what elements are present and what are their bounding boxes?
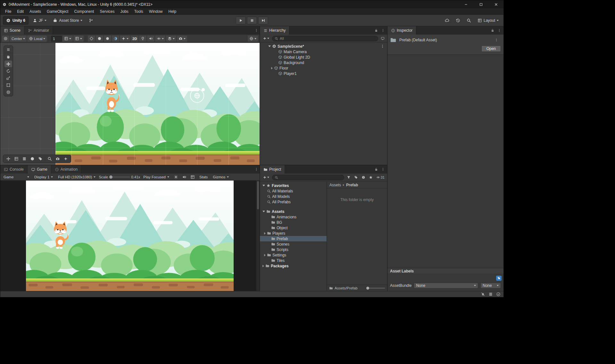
tab-hierarchy[interactable]: Hierarchy [260,26,289,35]
favorites-root-row[interactable]: Favorites [260,183,327,188]
foldout-closed-icon[interactable] [262,265,264,267]
hierarchy-item-player1[interactable]: Player1 [260,71,387,76]
scene-options-icon[interactable] [380,44,387,48]
scene-viewport[interactable] [0,43,260,165]
project-folder-scenes[interactable]: Scenes [260,241,327,247]
overlay-move-icon[interactable] [5,156,12,162]
assets-root-row[interactable]: Assets [260,209,327,214]
camera-dropdown[interactable] [177,36,187,42]
menu-edit[interactable]: Edit [14,8,27,14]
move-gizmo[interactable] [190,89,204,103]
menu-gameobject[interactable]: GameObject [44,8,71,14]
hierarchy-item-global-light[interactable]: Global Light 2D [260,54,387,60]
display-dropdown[interactable]: Display 1 [32,174,55,180]
panel-menu-icon[interactable] [253,165,260,174]
assetbundle-variant-dropdown[interactable]: None [480,283,501,288]
grid-size-input[interactable] [53,37,60,41]
project-search-input[interactable] [280,175,342,179]
tab-scene[interactable]: Scene [0,26,24,35]
account-dropdown[interactable]: JF [30,16,49,25]
vsync-toggle[interactable] [172,174,179,180]
scene-canvas[interactable] [55,43,260,165]
hierarchy-search[interactable] [272,36,378,41]
tab-animation[interactable]: Animation [51,165,81,174]
shading-mode-dropdown[interactable] [96,36,103,42]
space-dropdown[interactable]: Local [27,36,47,42]
game-viewport[interactable] [0,181,260,291]
foldout-closed-icon[interactable] [271,67,273,69]
hidden-packages-icon[interactable] [361,174,366,181]
gizmo-globe-dropdown[interactable] [248,36,258,42]
lock-icon[interactable] [374,28,378,32]
overlay-effects-icon[interactable] [62,156,69,162]
stats-button[interactable]: Stats [197,174,210,180]
hierarchy-item-floor[interactable]: Floor [260,65,387,71]
game-view-dropdown[interactable]: Game [2,174,31,180]
panel-menu-icon[interactable] [381,167,385,171]
close-button[interactable] [488,0,503,8]
slider-knob[interactable] [109,175,112,179]
resolution-dropdown[interactable]: Full HD (1920x1080) [56,174,97,180]
aspect-grid-toggle[interactable] [189,174,196,180]
search-by-label-icon[interactable] [353,174,359,181]
thumbnail-size-slider[interactable] [366,288,385,288]
global-search-button[interactable] [464,16,473,25]
lighting-toggle[interactable] [139,36,146,42]
tab-animator[interactable]: Animator [24,26,53,35]
hierarchy-search-input[interactable] [280,36,376,40]
scale-tool[interactable] [4,75,12,81]
unity-version-button[interactable]: Unity 6 [3,16,29,25]
2d-toggle[interactable]: 2D [131,36,138,42]
console-activity-icon[interactable] [488,292,493,296]
tab-project[interactable]: Project [260,165,285,174]
overlay-camera-icon[interactable] [54,156,61,162]
menu-file[interactable]: File [2,8,14,14]
title-bar[interactable]: 04Moviment - SampleScene - Windows, Mac,… [0,0,503,8]
menu-window[interactable]: Window [146,8,166,14]
effects-dropdown[interactable] [120,36,130,42]
project-folder-animacions[interactable]: Animacions [260,214,327,220]
overlay-sphere-icon[interactable] [29,156,36,162]
transform-tool[interactable] [4,89,12,95]
player-fox-sprite[interactable] [103,78,121,112]
pivot-dropdown[interactable]: Center [10,36,27,42]
tab-inspector[interactable]: Inspector [387,26,416,35]
gizmos-dropdown[interactable]: Gizmos [211,174,231,180]
audio-toggle[interactable] [147,36,154,42]
layers-dropdown[interactable] [166,36,176,42]
project-folder-prefab[interactable]: Prefab [260,236,327,241]
rotate-tool[interactable] [4,68,12,74]
snap-settings-dropdown[interactable] [73,36,84,42]
foldout-open-icon[interactable] [262,211,265,212]
project-folder-settings[interactable]: Settings [260,252,327,258]
undo-history-button[interactable] [453,16,462,25]
rect-tool[interactable] [4,82,12,88]
minimize-button[interactable] [458,0,473,8]
panel-menu-icon[interactable] [381,28,385,32]
menu-services[interactable]: Services [97,8,117,14]
cloud-services-button[interactable] [443,16,452,25]
menu-assets[interactable]: Assets [27,8,44,14]
add-gameobject-button[interactable] [262,36,270,42]
overlay-zoom-icon[interactable] [46,156,53,162]
tab-console[interactable]: Console [0,165,28,174]
project-folder-object[interactable]: Object [260,225,327,231]
scrollbar-thumb[interactable] [257,181,259,209]
step-button[interactable] [258,17,268,24]
menu-help[interactable]: Help [166,8,179,14]
menu-jobs[interactable]: Jobs [117,8,131,14]
favorite-item-all-materials[interactable]: All Materials [260,188,327,194]
tab-game[interactable]: Game [28,165,51,174]
project-folder-bg[interactable]: BG [260,220,327,225]
open-button[interactable]: Open [481,45,501,52]
project-folder-tiles[interactable]: Tiles [260,258,327,263]
render-doodad-toggle[interactable] [88,36,95,42]
asset-store-button[interactable]: Asset Store [51,16,85,25]
move-tool[interactable] [4,61,12,67]
project-folder-players[interactable]: Players [260,231,327,236]
favorite-item-all-prefabs[interactable]: All Prefabs [260,199,327,205]
favorites-filter-icon[interactable] [368,174,374,181]
visibility-dropdown[interactable] [155,36,165,42]
tools-overlay-menu-icon[interactable] [4,46,12,53]
lock-icon[interactable] [374,167,378,171]
